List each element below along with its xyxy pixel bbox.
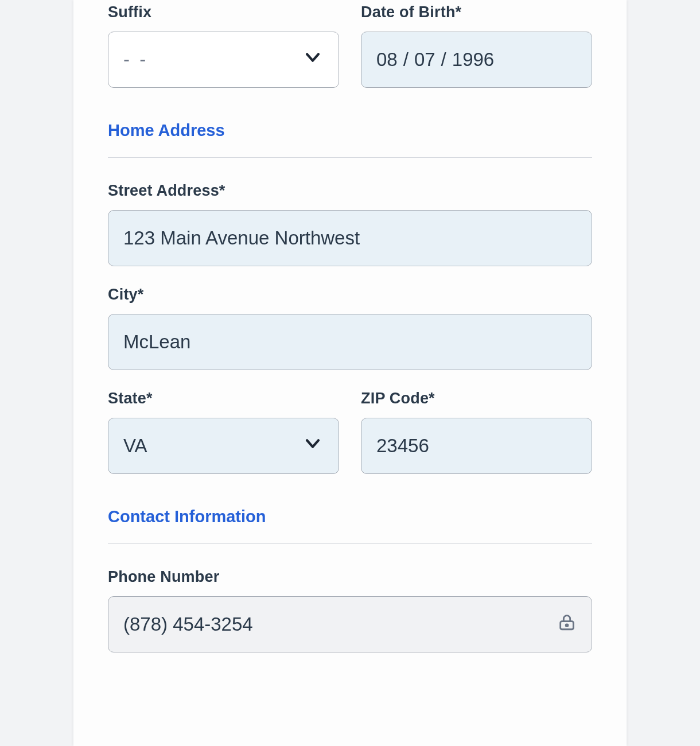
- dob-year: 1996: [452, 49, 494, 71]
- suffix-select[interactable]: - -: [108, 32, 339, 88]
- chevron-down-icon: [303, 48, 322, 72]
- svg-point-1: [566, 624, 568, 627]
- dob-sep-1: /: [398, 49, 414, 71]
- zip-value: 23456: [376, 435, 429, 457]
- phone-field: Phone Number (878) 454-3254: [108, 568, 592, 652]
- dob-day: 07: [414, 49, 435, 71]
- suffix-placeholder: - -: [123, 49, 148, 71]
- state-value: VA: [123, 435, 147, 457]
- chevron-down-icon: [303, 434, 322, 458]
- contact-info-title: Contact Information: [108, 507, 592, 526]
- phone-input: (878) 454-3254: [108, 596, 592, 652]
- dob-sep-2: /: [435, 49, 452, 71]
- city-field: City* McLean: [108, 286, 592, 370]
- phone-label: Phone Number: [108, 568, 592, 586]
- zip-field: ZIP Code* 23456: [361, 390, 592, 474]
- home-address-title: Home Address: [108, 121, 592, 140]
- suffix-label: Suffix: [108, 3, 339, 21]
- suffix-field: Suffix - -: [108, 3, 339, 88]
- street-input[interactable]: 123 Main Avenue Northwest: [108, 210, 592, 266]
- state-field: State* VA: [108, 390, 339, 474]
- dob-input[interactable]: 08 / 07 / 1996: [361, 32, 592, 88]
- street-field: Street Address* 123 Main Avenue Northwes…: [108, 182, 592, 266]
- contact-divider: [108, 543, 592, 544]
- form-card: Suffix - - Date of Birth* 08 / 07 / 1996…: [73, 0, 627, 746]
- state-label: State*: [108, 390, 339, 407]
- phone-value: (878) 454-3254: [123, 613, 253, 635]
- state-select[interactable]: VA: [108, 418, 339, 474]
- dob-month: 08: [376, 49, 398, 71]
- zip-label: ZIP Code*: [361, 390, 592, 407]
- city-input[interactable]: McLean: [108, 314, 592, 370]
- dob-field: Date of Birth* 08 / 07 / 1996: [361, 3, 592, 88]
- city-label: City*: [108, 286, 592, 304]
- street-value: 123 Main Avenue Northwest: [123, 227, 360, 249]
- dob-label: Date of Birth*: [361, 3, 592, 21]
- suffix-dob-row: Suffix - - Date of Birth* 08 / 07 / 1996: [108, 3, 592, 88]
- lock-icon: [557, 612, 577, 636]
- state-zip-row: State* VA ZIP Code* 23456: [108, 390, 592, 474]
- city-value: McLean: [123, 331, 190, 353]
- zip-input[interactable]: 23456: [361, 418, 592, 474]
- address-divider: [108, 157, 592, 158]
- street-label: Street Address*: [108, 182, 592, 200]
